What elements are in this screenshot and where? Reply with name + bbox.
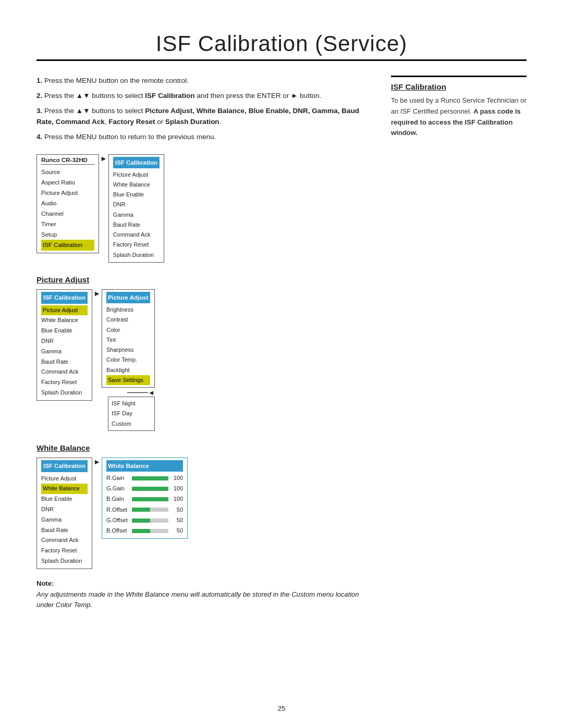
- wb-bar-fill-boffset: [132, 529, 150, 533]
- main-to-isf-arrow: [99, 154, 108, 163]
- wb-bar-goffset: [132, 519, 168, 523]
- pa-left-command-ack: Command Ack: [41, 367, 88, 377]
- isf-item-gamma: Gamma: [113, 210, 160, 220]
- isf-item-baud-rate: Baud Rate: [113, 220, 160, 230]
- wb-left-command-ack: Command Ack: [41, 535, 88, 546]
- wb-bar-fill-ggain: [132, 487, 168, 491]
- wb-wrapper: ISF Calibration Picture Adjust White Bal…: [36, 458, 370, 569]
- pa-arrow: [92, 289, 102, 298]
- wb-bar-fill-roffset: [132, 508, 150, 512]
- instruction-4: Press the MENU button to return to the p…: [36, 132, 370, 143]
- main-menu-diagram: Runco CR-32HD Source Aspect Ratio Pictur…: [36, 154, 370, 263]
- wb-bar-ggain: [132, 487, 168, 491]
- menu-item-audio: Audio: [41, 198, 94, 208]
- pa-color: Color: [106, 325, 150, 335]
- wb-bar-rgain: [132, 476, 168, 480]
- sub-isf-day: ISF Day: [112, 409, 151, 418]
- instruction-2: Press the ▲▼ buttons to select ISF Calib…: [36, 91, 370, 102]
- sidebar-body: To be used by a Runco Service Technician…: [391, 95, 527, 139]
- instruction-1: Press the MENU button on the remote cont…: [36, 76, 370, 87]
- sidebar-heading: ISF Calibration: [391, 82, 527, 91]
- wb-isf-left-box: ISF Calibration Picture Adjust White Bal…: [36, 458, 92, 569]
- isf-item-factory-reset: Factory Reset: [113, 240, 160, 250]
- pa-arrow-icon: [93, 289, 101, 298]
- wb-left-white-balance: White Balance: [41, 484, 88, 494]
- pa-submenu-group: Picture Adjust Brightness Contrast Color…: [102, 289, 155, 431]
- note-label: Note:: [36, 579, 54, 587]
- picture-adjust-label: Picture Adjust: [36, 275, 370, 284]
- wb-val-goffset: 50: [170, 515, 183, 525]
- wb-row-goffset: G.Offset 50: [106, 515, 183, 525]
- pa-sharpness: Sharpness: [106, 345, 150, 355]
- menu-item-setup: Setup: [41, 229, 94, 240]
- two-col-layout: Press the MENU button on the remote cont…: [36, 76, 527, 611]
- pa-isf-left-box: ISF Calibration Picture Adjust White Bal…: [36, 289, 92, 401]
- wb-val-boffset: 50: [170, 526, 183, 536]
- wb-row-boffset: B.Offset 50: [106, 526, 183, 536]
- wb-label-bgain: B.Gain: [106, 494, 130, 504]
- wb-bar-bgain: [132, 497, 168, 501]
- main-menu-wrapper: Runco CR-32HD Source Aspect Ratio Pictur…: [36, 154, 370, 263]
- wb-left-baud-rate: Baud Rate: [41, 525, 88, 536]
- page-title: ISF Calibration (Service): [156, 31, 407, 56]
- note-text: Note: Any adjustments made in the White …: [36, 578, 370, 611]
- wb-bar-boffset: [132, 529, 168, 533]
- wb-left-factory-reset: Factory Reset: [41, 546, 88, 556]
- pa-left-blue-enable: Blue Enable: [41, 326, 88, 336]
- wb-bar-roffset: [132, 508, 168, 512]
- pa-backlight: Backlight: [106, 365, 150, 375]
- page-number: 25: [0, 705, 563, 712]
- sub-isf-night: ISF Night: [112, 399, 151, 409]
- isf-cal-header: ISF Calibration: [113, 157, 160, 168]
- menu-item-isf-cal: ISF Calibration: [41, 240, 94, 250]
- isf-item-command-ack: Command Ack: [113, 230, 160, 240]
- pa-submenu-box: Picture Adjust Brightness Contrast Color…: [102, 289, 155, 388]
- wb-bar-fill-bgain: [132, 497, 168, 501]
- pa-left-splash-duration: Splash Duration: [41, 388, 88, 398]
- wb-row-ggain: G.Gain 100: [106, 484, 183, 493]
- wb-left-gamma: Gamma: [41, 515, 88, 525]
- sub-custom: Custom: [112, 419, 151, 429]
- title-normal: (Service): [309, 31, 408, 56]
- wb-row-roffset: R.Offset 50: [106, 505, 183, 515]
- wb-row-bgain: B.Gain 100: [106, 494, 183, 504]
- wb-arrow: [92, 458, 102, 466]
- wb-val-roffset: 50: [170, 505, 183, 515]
- instruction-1-text: Press the MENU button on the remote cont…: [44, 77, 189, 84]
- isf-item-white-balance: White Balance: [113, 180, 160, 190]
- wb-row-rgain: R.Gain 100: [106, 473, 183, 483]
- save-arrow-left-icon: ◄: [148, 389, 155, 397]
- main-menu-box: Runco CR-32HD Source Aspect Ratio Pictur…: [36, 154, 99, 253]
- isf-item-splash-duration: Splash Duration: [113, 250, 160, 260]
- pa-isf-header: ISF Calibration: [41, 292, 88, 304]
- wb-val-ggain: 100: [170, 484, 183, 493]
- wb-label-ggain: G.Gain: [106, 484, 130, 493]
- note-section: Note: Any adjustments made in the White …: [36, 578, 370, 611]
- sidebar-box: ISF Calibration To be used by a Runco Se…: [391, 76, 527, 139]
- pa-left-picture-adjust: Picture Adjust: [41, 305, 88, 316]
- pa-left-factory-reset: Factory Reset: [41, 377, 88, 388]
- wb-val-rgain: 100: [170, 473, 183, 483]
- page: ISF Calibration (Service) Press the MENU…: [0, 0, 563, 728]
- isf-submenu-box: ISF Calibration Picture Adjust White Bal…: [108, 154, 164, 263]
- pa-contrast: Contrast: [106, 315, 150, 325]
- pa-tint: Tint: [106, 335, 150, 345]
- instruction-3: Press the ▲▼ buttons to select Picture A…: [36, 106, 370, 128]
- wb-bar-fill-rgain: [132, 476, 168, 480]
- wb-submenu-header: White Balance: [106, 460, 183, 472]
- pa-left-gamma: Gamma: [41, 347, 88, 357]
- wb-label-rgain: R.Gain: [106, 473, 130, 483]
- main-menu-title: Runco CR-32HD: [41, 157, 94, 165]
- isf-item-picture-adjust: Picture Adjust: [113, 170, 160, 180]
- save-arrow-line: [127, 392, 148, 393]
- menu-item-channel: Channel: [41, 208, 94, 219]
- title-bold: ISF Calibration: [156, 31, 309, 56]
- instruction-list: Press the MENU button on the remote cont…: [36, 76, 370, 143]
- instruction-4-text: Press the MENU button to return to the p…: [44, 133, 216, 141]
- arrow-right-icon: [100, 154, 107, 163]
- menu-item-source: Source: [41, 167, 94, 177]
- wb-label-goffset: G.Offset: [106, 515, 130, 525]
- note-body: Any adjustments made in the White Balanc…: [36, 590, 359, 609]
- wb-left-blue-enable: Blue Enable: [41, 494, 88, 504]
- wb-arrow-icon: [93, 458, 101, 466]
